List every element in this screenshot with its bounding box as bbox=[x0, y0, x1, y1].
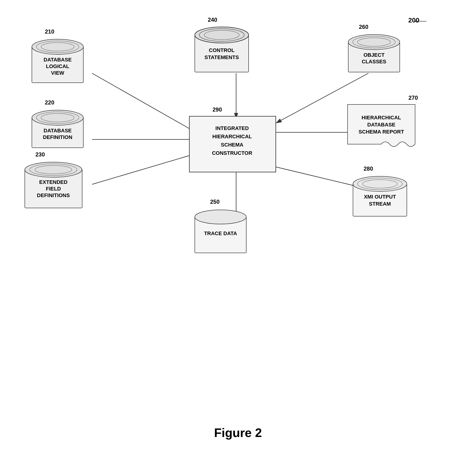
svg-text:SCHEMA REPORT: SCHEMA REPORT bbox=[359, 129, 404, 135]
svg-text:DATABASE: DATABASE bbox=[367, 122, 395, 128]
svg-text:DEFINITION: DEFINITION bbox=[43, 134, 73, 140]
svg-point-39 bbox=[348, 35, 400, 50]
object-classes-node: 260 OBJECT CLASSES bbox=[347, 33, 401, 78]
svg-point-20 bbox=[32, 110, 83, 125]
node-number-270: 270 bbox=[409, 95, 418, 101]
node-number-210: 210 bbox=[45, 28, 54, 35]
svg-text:SCHEMA: SCHEMA bbox=[221, 142, 243, 148]
trace-data-node: 250 TRACE DATA bbox=[194, 208, 248, 258]
svg-text:INTEGRATED: INTEGRATED bbox=[215, 125, 249, 131]
figure-caption: Figure 2 bbox=[0, 426, 476, 440]
svg-text:CONSTRUCTOR: CONSTRUCTOR bbox=[212, 150, 252, 156]
svg-text:OBJECT: OBJECT bbox=[363, 52, 385, 58]
hierarchical-db-schema-report-node: 270 HIERARCHICAL DATABASE SCHEMA REPORT bbox=[347, 104, 416, 155]
svg-text:DEFINITIONS: DEFINITIONS bbox=[37, 192, 70, 198]
svg-point-26 bbox=[25, 162, 82, 177]
node-number-280: 280 bbox=[364, 166, 373, 172]
svg-text:HIERARCHICAL: HIERARCHICAL bbox=[212, 134, 252, 139]
control-statements-node: 240 CONTROL STATEMENTS bbox=[194, 26, 250, 76]
svg-text:CLASSES: CLASSES bbox=[362, 59, 386, 65]
svg-text:LOGICAL: LOGICAL bbox=[46, 63, 69, 69]
svg-text:CONTROL: CONTROL bbox=[209, 47, 235, 53]
node-number-230: 230 bbox=[36, 151, 45, 158]
svg-text:TRACE DATA: TRACE DATA bbox=[204, 230, 237, 236]
svg-marker-11 bbox=[415, 20, 417, 23]
svg-line-5 bbox=[92, 154, 196, 184]
extended-field-definitions-node: 230 EXTENDED FIELD DEFINITIONS bbox=[24, 161, 84, 212]
svg-text:FIELD: FIELD bbox=[46, 186, 61, 192]
svg-text:EXTENDED: EXTENDED bbox=[39, 179, 67, 185]
node-number-220: 220 bbox=[45, 99, 54, 106]
node-number-260: 260 bbox=[359, 24, 368, 30]
database-definition-node: 220 DATABASE DEFINITION bbox=[31, 109, 85, 153]
svg-point-33 bbox=[195, 27, 249, 43]
svg-text:DATABASE: DATABASE bbox=[44, 128, 72, 134]
node-number-290: 290 bbox=[212, 106, 222, 113]
integrated-hierarchical-schema-constructor-node: 290 INTEGRATED HIERARCHICAL SCHEMA CONST… bbox=[189, 116, 276, 174]
svg-text:DATABASE: DATABASE bbox=[44, 57, 72, 63]
node-number-240: 240 bbox=[208, 16, 217, 23]
svg-text:STREAM: STREAM bbox=[369, 201, 391, 207]
database-logical-view-node: 210 DATABASE LOGICAL VIEW bbox=[31, 38, 85, 88]
svg-text:HIERARCHICAL: HIERARCHICAL bbox=[361, 115, 401, 121]
svg-line-3 bbox=[92, 73, 196, 132]
svg-text:VIEW: VIEW bbox=[51, 70, 64, 76]
svg-text:STATEMENTS: STATEMENTS bbox=[205, 54, 239, 60]
svg-text:XMI OUTPUT: XMI OUTPUT bbox=[364, 194, 396, 200]
svg-point-13 bbox=[32, 39, 83, 54]
xmi-output-stream-node: 280 XMI OUTPUT STREAM bbox=[352, 175, 409, 222]
svg-point-56 bbox=[353, 176, 407, 191]
svg-point-50 bbox=[195, 210, 246, 224]
node-number-250: 250 bbox=[210, 198, 220, 205]
